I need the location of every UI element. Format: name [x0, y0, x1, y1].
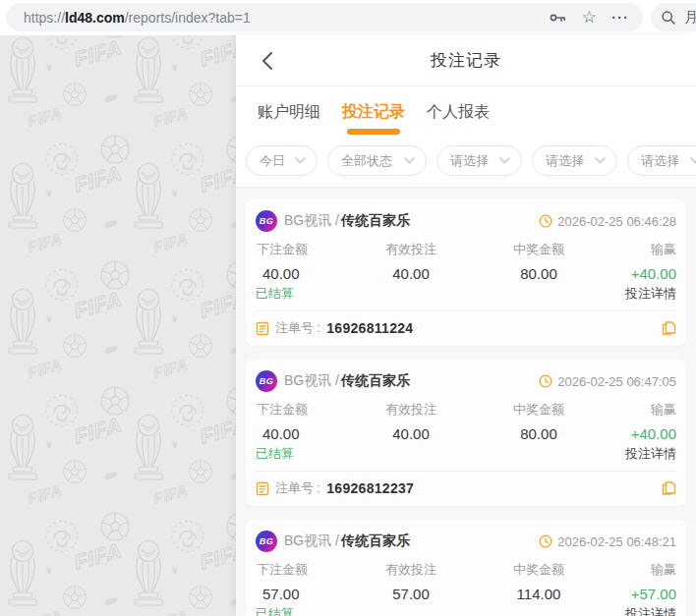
bet-record-card: BG BG视讯 / 传统百家乐 2026-02-25 06:48:21 下注金额…: [246, 520, 686, 616]
password-key-icon[interactable]: [549, 9, 567, 27]
back-chevron-icon: [261, 51, 273, 71]
bg-provider-logo: BG: [256, 370, 277, 392]
copy-icon: [662, 480, 676, 496]
order-number-label: 注单号 :: [275, 319, 320, 337]
win-amount: 114.00: [466, 586, 611, 602]
panel-header: 投注记录: [236, 35, 696, 86]
filter-select-value: 请选择: [546, 152, 584, 170]
status-badge: 已结算: [256, 605, 294, 616]
col-win-amount: 中奖金额: [466, 241, 611, 258]
col-profit: 输赢: [611, 561, 676, 579]
chevron-down-icon: [295, 157, 306, 164]
bet-record-card: BG BG视讯 / 传统百家乐 2026-02-25 06:47:05 下注金额…: [246, 360, 686, 506]
clock-icon: [539, 214, 552, 228]
order-note-icon: [256, 321, 269, 336]
chevron-down-icon: [595, 157, 606, 164]
col-valid-bet: 有效投注: [356, 401, 466, 419]
bet-amount: 40.00: [256, 265, 356, 282]
filter-date-dropdown[interactable]: 今日: [246, 145, 318, 176]
col-valid-bet: 有效投注: [356, 561, 466, 579]
profit-amount: +40.00: [611, 425, 676, 442]
bet-amount: 57.00: [256, 586, 356, 602]
copy-order-button[interactable]: [662, 320, 676, 336]
order-number: 16926811224: [326, 320, 413, 336]
chevron-down-icon: [690, 157, 696, 164]
side-search-box[interactable]: 月珠: [651, 3, 696, 31]
bet-record-card: BG BG视讯 / 传统百家乐 2026-02-25 06:46:28 下注金额…: [246, 199, 686, 346]
chevron-down-icon: [404, 157, 415, 164]
tab-bar: 账户明细 投注记录 个人报表: [236, 86, 696, 143]
order-number-label: 注单号 :: [275, 479, 320, 497]
col-bet-amount: 下注金额: [256, 561, 356, 579]
filter-select-dropdown-3[interactable]: 请选择: [627, 145, 696, 176]
url-path: /reports/index?tab=1: [125, 10, 251, 26]
clock-icon: [539, 534, 552, 548]
order-note-icon: [256, 481, 269, 496]
fifa-pattern-background: FIFA: [0, 35, 236, 616]
url-scheme: https://: [24, 10, 65, 26]
filter-select-dropdown-1[interactable]: 请选择: [436, 145, 522, 176]
tab-account-detail[interactable]: 账户明细: [258, 96, 320, 135]
valid-bet: 40.00: [356, 265, 466, 282]
report-panel: 投注记录 账户明细 投注记录 个人报表 今日 全部状态 请选择 请选择 请选择: [236, 35, 696, 616]
provider-name: BG视讯 /: [284, 372, 339, 390]
browser-toolbar: https://ld48.com/reports/index?tab=1 ☆ ·…: [0, 0, 696, 35]
page-title: 投注记录: [431, 49, 501, 72]
profit-amount: +57.00: [611, 586, 676, 602]
col-profit: 输赢: [611, 401, 676, 419]
records-list: BG BG视讯 / 传统百家乐 2026-02-25 06:46:28 下注金额…: [236, 187, 696, 616]
bet-detail-link[interactable]: 投注详情: [625, 605, 676, 616]
bet-detail-link[interactable]: 投注详情: [625, 285, 676, 303]
profit-amount: +40.00: [611, 265, 676, 282]
address-bar[interactable]: https://ld48.com/reports/index?tab=1 ☆ ·…: [6, 3, 643, 31]
active-tab-underline: [347, 129, 400, 135]
bg-provider-logo: BG: [256, 210, 277, 232]
col-bet-amount: 下注金额: [256, 401, 356, 419]
copy-order-button[interactable]: [662, 480, 676, 496]
url-domain: ld48.com: [65, 10, 125, 26]
col-profit: 输赢: [611, 241, 676, 258]
filter-date-value: 今日: [260, 152, 285, 170]
filter-select-value: 请选择: [450, 152, 489, 170]
win-amount: 80.00: [466, 265, 611, 282]
search-icon: [661, 10, 676, 26]
filter-select-dropdown-2[interactable]: 请选择: [532, 145, 617, 176]
filter-status-value: 全部状态: [341, 152, 392, 170]
back-button[interactable]: [256, 49, 279, 73]
bet-time: 2026-02-25 06:47:05: [557, 374, 676, 389]
filter-bar: 今日 全部状态 请选择 请选择 请选择: [236, 143, 696, 186]
more-menu-icon[interactable]: ···: [611, 10, 629, 25]
col-win-amount: 中奖金额: [466, 561, 611, 579]
bet-amount: 40.00: [256, 425, 356, 442]
chevron-down-icon: [499, 157, 510, 164]
bet-time: 2026-02-25 06:46:28: [557, 214, 676, 229]
bet-time: 2026-02-25 06:48:21: [557, 534, 676, 549]
tab-bet-records-label: 投注记录: [342, 103, 405, 120]
tab-personal-report[interactable]: 个人报表: [427, 96, 490, 135]
copy-icon: [662, 320, 676, 336]
valid-bet: 57.00: [356, 586, 466, 602]
order-number: 16926812237: [326, 480, 414, 496]
game-name: 传统百家乐: [341, 212, 410, 230]
col-valid-bet: 有效投注: [356, 241, 466, 258]
bg-provider-logo: BG: [256, 531, 277, 552]
win-amount: 80.00: [466, 425, 611, 442]
bet-detail-link[interactable]: 投注详情: [625, 445, 676, 463]
filter-status-dropdown[interactable]: 全部状态: [327, 145, 427, 176]
filter-select-value: 请选择: [641, 152, 679, 170]
provider-name: BG视讯 /: [284, 212, 339, 230]
col-win-amount: 中奖金额: [466, 401, 611, 419]
valid-bet: 40.00: [356, 425, 466, 442]
col-bet-amount: 下注金额: [256, 241, 356, 258]
game-name: 传统百家乐: [341, 532, 410, 550]
status-badge: 已结算: [256, 445, 294, 463]
clock-icon: [539, 374, 552, 388]
provider-name: BG视讯 /: [284, 532, 339, 550]
game-name: 传统百家乐: [341, 372, 410, 390]
bookmark-star-icon[interactable]: ☆: [582, 9, 597, 26]
tab-bet-records[interactable]: 投注记录: [342, 96, 405, 135]
status-badge: 已结算: [256, 285, 294, 303]
url-text: https://ld48.com/reports/index?tab=1: [24, 10, 251, 26]
side-search-text: 月珠: [684, 9, 696, 27]
